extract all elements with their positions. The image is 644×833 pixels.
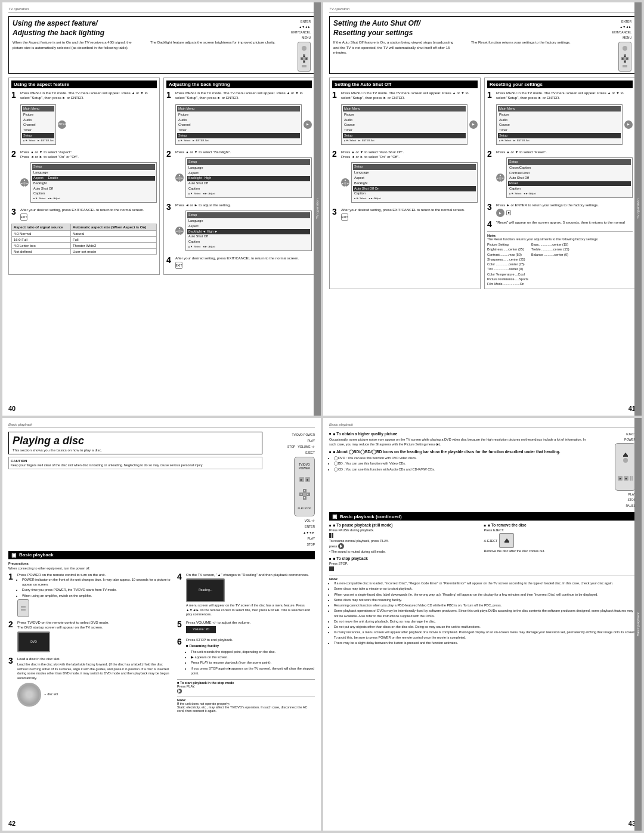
note-text-41: The Reset function returns your adjustme… — [487, 237, 633, 241]
playing-disc-intro: This section shows you the basics on how… — [13, 448, 258, 452]
page-42: Basic playback Playing a disc This secti… — [2, 418, 321, 831]
col2-header-40: Adjusting the back lighting — [166, 80, 312, 88]
aspect-table: Aspect ratio of signal source Automatic … — [11, 224, 157, 255]
table-cell: 4:3 Letter box — [12, 243, 71, 249]
topbar-41: TV operation — [329, 7, 636, 13]
page-40: TV operation Using the aspect feature/ A… — [2, 2, 321, 416]
table-row: 16:9 Full Full — [12, 237, 157, 243]
remove-section: ■ To remove the disc Press EJECT. A-EJEC… — [484, 523, 636, 553]
table-header-auto: Automatic aspect size (When Aspect is On… — [70, 224, 156, 231]
table-header-source: Aspect ratio of signal source — [12, 224, 71, 231]
side-label-40: TV operation — [315, 199, 319, 219]
tv-screen-step4: Reading... — [186, 578, 225, 602]
section-header-basic: ▣ Basic playback — [8, 551, 315, 559]
col1-41: Setting the Auto Shut Off 1 Press MENU i… — [329, 78, 481, 289]
step-3a-content: After your desired setting, press EXIT/C… — [20, 208, 157, 221]
step-num-3d: 3 — [487, 203, 494, 217]
step-2b-content: Press ▲ or ▼ to select "Backlight". ▲ ◄►… — [175, 150, 312, 200]
step-1-bl: Press POWER on the remote control to tur… — [17, 572, 174, 617]
remote-bottom-labels: VOL +/- ENTER ▲▼◄► PLAY STOP — [303, 518, 315, 547]
col1-40: Using the aspect feature 1 Press MENU in… — [8, 78, 160, 275]
title-box-41: Setting the Auto Shut Off/ Resetting you… — [329, 16, 636, 74]
intro-right-40: The Backlight feature adjusts the screen… — [150, 40, 276, 45]
step-num-1d: 1 — [487, 91, 494, 147]
step-num-1c: 1 — [332, 91, 339, 147]
step-num-2b: 2 — [166, 150, 174, 200]
step-num-2c: 2 — [332, 150, 339, 205]
title-italic-41: Setting the Auto Shut Off/ — [333, 19, 597, 29]
about-section: ■ About ◯BD/◯BD/◯BD icons on the heading… — [329, 450, 590, 472]
table-row: Not defined User-set mode — [12, 249, 157, 255]
higher-quality-section: ■ To obtain a higher quality picture Occ… — [329, 432, 590, 447]
page-41: TV operation Setting the Auto Shut Off/ … — [323, 2, 642, 416]
step-1a-content: Press MENU in the TV mode. The TV menu s… — [20, 91, 157, 147]
note-box-41: Note: The Reset function returns your ad… — [487, 231, 633, 286]
caution-box: CAUTION Keep your fingers well clear of … — [8, 457, 262, 469]
step-num-2d: 2 — [487, 150, 494, 200]
step-num-3c: 3 — [332, 208, 339, 221]
remote-labels-40: ENTER▲▼◄►EXIT/CANCELMENU — [291, 19, 311, 41]
preparations-title: Preparations: — [8, 562, 315, 565]
caution-title: CAUTION — [11, 459, 260, 463]
title-italic-40: Using the aspect feature/ — [13, 19, 276, 29]
factory-settings-right-41: Bass...............center (15) Treble ..… — [531, 242, 569, 286]
col2-41: Resetting your settings 1 Press MENU in … — [484, 78, 636, 289]
intro-left-41: If the Auto Shut Off feature is On, a st… — [333, 40, 459, 55]
caution-text: Keep your fingers well clear of the disc… — [11, 463, 260, 467]
table-cell: Not defined — [12, 249, 71, 255]
step-num-4b: 4 — [166, 256, 174, 269]
page-43: Basic playback ■ To obtain a higher qual… — [323, 418, 642, 831]
step-3d-content: Press ► or ENTER to return your settings… — [496, 203, 633, 217]
col2-header-41: Resetting your settings — [487, 80, 633, 88]
step-num-3b: 3 — [166, 203, 174, 253]
pause-section: ■ To pause playback (still mode) Press P… — [329, 523, 481, 553]
step-num-3a: 3 — [11, 208, 18, 221]
step-3c-content: After your desired setting, press EXIT/C… — [341, 208, 478, 221]
table-cell: User-set mode — [70, 249, 156, 255]
title-box-40: Using the aspect feature/ Adjusting the … — [8, 16, 315, 74]
step-2c-content: Press ▲ or ▼ to select "Auto Shut Off". … — [341, 150, 478, 205]
tv-screen-step2: DVD — [17, 631, 50, 652]
side-label-43: Basic playback — [636, 612, 640, 636]
factory-settings-41: Picture Setting Brightness......center (… — [487, 242, 528, 286]
step-3-bl: Load a disc in the disc slot. Load the d… — [17, 657, 174, 707]
table-row: 4:3 Letter box Theater Wide2 — [12, 243, 157, 249]
step-1d-content: Press MENU in the TV mode. The TV menu s… — [496, 91, 633, 147]
page-number-42: 42 — [8, 820, 16, 827]
playing-disc-title: Playing a disc — [13, 435, 258, 447]
remote-top-labels: TV/DVD POWER PLAY STOP VOLUME +/- EJECT — [287, 432, 315, 456]
step-3b-content: Press ◄ or ► to adjust the setting. ▲ ◄►… — [175, 203, 312, 253]
step-4b-content: After your desired setting, press EXIT/C… — [175, 256, 312, 269]
table-cell: 4:3 Normal — [12, 231, 71, 237]
title-bold-40: Adjusting the back lighting — [13, 29, 276, 38]
step-1c-content: Press MENU in the TV mode. The TV menu s… — [341, 91, 478, 147]
table-cell: 16:9 Full — [12, 237, 71, 243]
step-2-bl: Press TV/DVD on the remote control to se… — [17, 620, 174, 654]
intro-right-41: The Reset function returns your settings… — [471, 40, 597, 45]
side-label-41: TV operation — [636, 199, 640, 219]
step-num-1b: 1 — [166, 91, 174, 147]
col2-40: Adjusting the back lighting 1 Press MENU… — [163, 78, 315, 275]
step-2a-content: Press ▲ or ▼ to select "Aspect". Press ◄… — [20, 150, 157, 205]
note-box-43: Note: If a non-compatible disc is loaded… — [329, 575, 636, 645]
topbar-42: Basic playback — [8, 423, 315, 428]
col1-header-41: Setting the Auto Shut Off — [332, 80, 478, 88]
step-2d-content: Press ▲ or ▼ to select "Reset". ▲ ◄► ▼ S… — [496, 150, 633, 200]
remote-labels-41: ENTER▲▼◄►EXIT/CANCELMENU — [612, 19, 631, 41]
table-cell: Full — [70, 237, 156, 243]
step-1b-content: Press MENU in the TV mode. The TV menu s… — [175, 91, 312, 147]
step-6-bl: Press STOP to end playback. ■ Resuming f… — [186, 637, 315, 676]
table-row: 4:3 Normal Natural — [12, 231, 157, 237]
start-stop-section: ■ To start playback in the stop mode Pre… — [177, 679, 315, 693]
topbar-43: Basic playback — [329, 423, 636, 428]
step-5-bl: Press VOLUME +/- to adjust the volume. V… — [186, 620, 315, 634]
title-bold-41: Resetting your settings — [333, 29, 597, 38]
table-cell: Natural — [70, 231, 156, 237]
section-header-continued: ▣ Basic playback (continued) — [329, 512, 636, 521]
page-number-40: 40 — [8, 405, 16, 412]
topbar-40: TV operation — [8, 7, 315, 13]
note-box-42: Note: If the unit does not operate prope… — [177, 696, 315, 713]
step-4-bl: On the TV screen, "▲" changes to "Readin… — [186, 572, 315, 617]
stop-section: ■ To stop playback Press STOP. — [329, 556, 636, 572]
step-num-1a: 1 — [11, 91, 18, 147]
